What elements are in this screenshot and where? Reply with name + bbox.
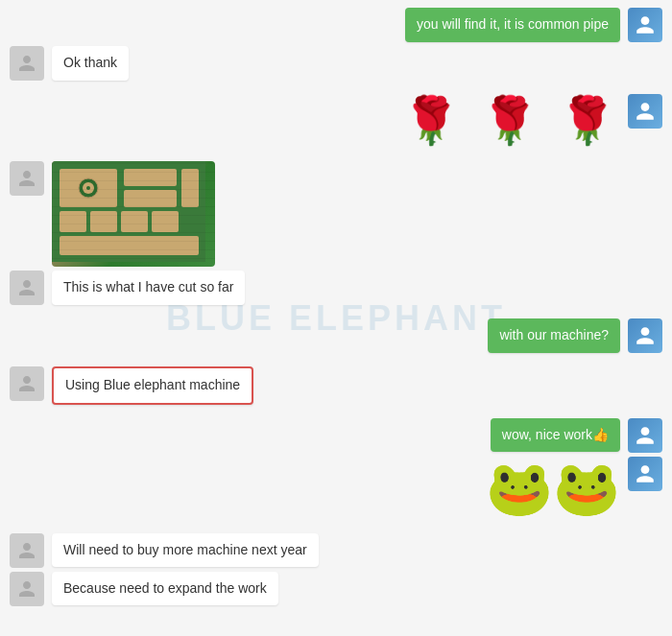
message-text-nice-work: wow, nice work👍 (502, 427, 609, 442)
message-bubble-machine-q: with our machine? (488, 318, 620, 353)
message-bubble-blue-elephant: Using Blue elephant machine (52, 366, 253, 405)
message-bubble-top: you will find it, it is common pipe (405, 8, 620, 42)
svg-rect-1 (60, 169, 117, 207)
svg-rect-7 (152, 211, 179, 232)
avatar-left-elephant (10, 366, 44, 401)
message-sticker-roses: 🌹 🌹 🌹 (402, 94, 620, 148)
svg-rect-3 (124, 190, 177, 207)
svg-point-10 (83, 182, 94, 194)
svg-rect-4 (60, 211, 86, 232)
message-sticker-frogs: 🐸🐸 (486, 457, 620, 520)
message-text-top: you will find it, it is common pipe (417, 16, 609, 32)
svg-rect-2 (124, 169, 177, 186)
message-text-expand: Because need to expand the work (63, 580, 267, 596)
message-row-blue-elephant: Using Blue elephant machine (10, 366, 662, 405)
avatar-right-machine (628, 318, 662, 353)
message-text-cut: This is what I have cut so far (63, 279, 233, 294)
avatar-right-sticker (628, 457, 662, 491)
message-image (52, 161, 215, 267)
avatar-right-nice-work (628, 418, 662, 453)
message-row-cut-so-far: This is what I have cut so far (10, 271, 662, 305)
message-row-emoji: 🌹 🌹 🌹 (10, 94, 662, 148)
svg-rect-6 (121, 211, 148, 232)
message-row-ok-thank: Ok thank (10, 46, 662, 81)
avatar-left-image (10, 161, 44, 196)
message-bubble-buy-machine: Will need to buy more machine next year (52, 533, 319, 568)
svg-rect-0 (52, 161, 205, 262)
message-text-elephant: Using Blue elephant machine (65, 377, 240, 392)
svg-point-9 (79, 178, 98, 198)
avatar-left-expand (10, 572, 44, 606)
svg-rect-12 (60, 236, 199, 255)
message-text-buy: Will need to buy more machine next year (63, 542, 307, 557)
message-bubble-ok-thank: Ok thank (52, 46, 129, 81)
message-bubble-cut-so-far: This is what I have cut so far (52, 271, 245, 305)
message-row-expand-work: Because need to expand the work (10, 572, 662, 606)
chat-container: BLUE ELEPHANT you will find it, it is co… (0, 0, 672, 636)
avatar-right-emoji (628, 94, 662, 129)
message-row-machine-question: with our machine? (10, 318, 662, 353)
message-row-image (10, 161, 662, 267)
message-bubble-expand-work: Because need to expand the work (52, 572, 278, 606)
message-row-nice-work: wow, nice work👍 (10, 418, 662, 453)
message-text-machine-q: with our machine? (499, 327, 609, 342)
message-text-ok-thank: Ok thank (63, 55, 117, 70)
message-row-sticker: 🐸🐸 (10, 457, 662, 520)
svg-point-11 (86, 186, 90, 190)
avatar-left-buy (10, 533, 44, 568)
message-row-buy-machine: Will need to buy more machine next year (10, 533, 662, 568)
avatar-left-cut (10, 271, 44, 305)
message-bubble-nice-work: wow, nice work👍 (491, 418, 620, 453)
svg-rect-5 (90, 211, 117, 232)
message-row-right-top: you will find it, it is common pipe (10, 8, 662, 42)
cut-wood-image (52, 161, 215, 267)
avatar-left (10, 46, 44, 81)
avatar-right (628, 8, 662, 42)
svg-rect-8 (181, 169, 199, 207)
